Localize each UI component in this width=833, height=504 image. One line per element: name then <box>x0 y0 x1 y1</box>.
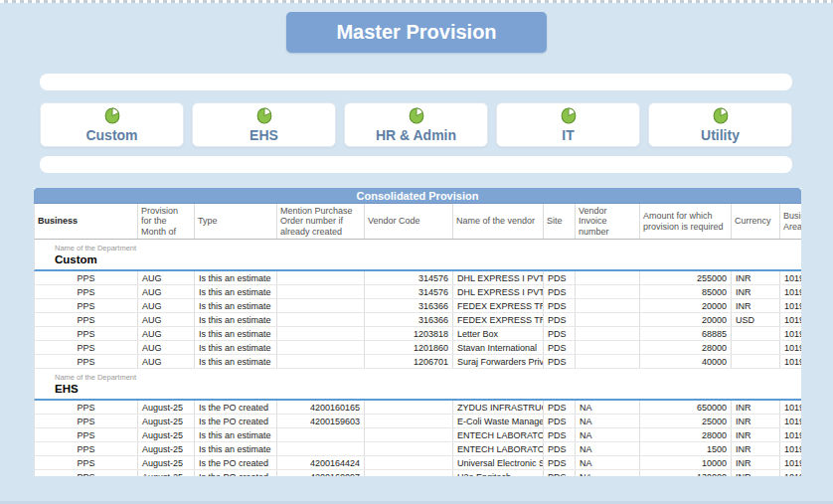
cell-po-number <box>277 428 365 441</box>
cell-currency <box>732 341 780 354</box>
cell-business: PPS <box>35 341 138 354</box>
table-row: PPSAugust-25Is the PO created4200160097H… <box>34 470 801 476</box>
cell-provision-month: AUG <box>138 271 195 284</box>
pie-chart-icon <box>712 106 730 125</box>
category-button-custom[interactable]: Custom <box>40 102 184 147</box>
cell-business-area: 10195 <box>780 285 801 298</box>
cell-vendor-code <box>365 456 453 469</box>
cell-amount: 68885 <box>640 327 732 340</box>
cell-vendor-name: ENTECH LABORATORIES <box>453 442 544 455</box>
cell-type: Is this an estimate <box>195 428 277 441</box>
column-header-business: Business <box>35 204 138 239</box>
cell-vendor-name: E-Coli Waste Management <box>453 415 544 427</box>
cell-vendor-code <box>365 442 453 455</box>
cell-amount: 130000 <box>640 470 732 476</box>
cell-business-area: 10195 <box>780 327 801 340</box>
cell-po-number <box>277 341 365 354</box>
cell-vendor-code: 314576 <box>365 271 453 284</box>
table-row: PPSAUGIs this an estimate314576DHL EXPRE… <box>34 285 801 299</box>
cell-site: PDS <box>544 401 576 414</box>
cell-provision-month: AUG <box>138 313 195 326</box>
cell-invoice-number <box>576 299 640 312</box>
cell-amount: 255000 <box>640 271 732 284</box>
category-label: Custom <box>85 127 137 143</box>
cell-currency: INR <box>732 415 780 427</box>
cell-provision-month: August-25 <box>138 428 195 441</box>
cell-invoice-number <box>576 313 640 326</box>
cell-currency: INR <box>732 442 780 455</box>
pie-chart-icon <box>408 106 425 125</box>
table-grid: BusinessProvision for the Month ofTypeMe… <box>34 204 801 476</box>
cell-currency: INR <box>732 428 780 441</box>
consolidated-provision-table[interactable]: Consolidated Provision BusinessProvision… <box>34 188 801 476</box>
cell-invoice-number <box>576 341 640 354</box>
column-header-po-number: Mention Purchase Order number if already… <box>277 204 365 239</box>
cell-invoice-number <box>576 355 640 368</box>
cell-business: PPS <box>35 313 138 326</box>
cell-type: Is the PO created <box>195 415 277 427</box>
table-row: PPSAUGIs this an estimate316366FEDEX EXP… <box>34 313 801 327</box>
cell-po-number <box>277 271 365 284</box>
cell-provision-month: August-25 <box>138 442 195 455</box>
cell-currency: INR <box>732 285 780 298</box>
cell-site: PDS <box>544 285 576 298</box>
department-section-header: Name of the DepartmentEHS <box>34 369 801 401</box>
cell-amount: 28000 <box>640 341 732 354</box>
cell-provision-month: AUG <box>138 341 195 354</box>
cell-vendor-code: 1203818 <box>365 327 453 340</box>
cell-amount: 10000 <box>640 456 732 469</box>
cell-type: Is this an estimate <box>195 442 277 455</box>
cell-type: Is this an estimate <box>195 285 277 298</box>
cell-vendor-code: 1201860 <box>365 341 453 354</box>
cell-business: PPS <box>35 299 138 312</box>
cell-vendor-name: Suraj Forwarders Private L <box>453 355 544 368</box>
department-label: Name of the Department <box>55 373 801 382</box>
table-row: PPSAugust-25Is this an estimateENTECH LA… <box>34 428 801 442</box>
cell-currency: USD <box>732 313 780 326</box>
table-row: PPSAugust-25Is the PO created4200160165Z… <box>34 401 801 415</box>
category-button-it[interactable]: IT <box>496 102 640 147</box>
cell-vendor-name: DHL EXPRESS I PVT LTD <box>453 285 544 298</box>
category-button-row: Custom EHS HR & Admin IT Utility <box>40 102 792 147</box>
cell-vendor-name: H2o Engitech <box>453 470 544 476</box>
cell-amount: 40000 <box>640 355 732 368</box>
cell-invoice-number: NA <box>576 442 640 455</box>
cell-currency: INR <box>732 299 780 312</box>
cell-business-area: 10195 <box>780 271 801 284</box>
cell-type: Is the PO created <box>195 456 277 469</box>
category-button-utility[interactable]: Utility <box>648 102 792 147</box>
category-label: IT <box>562 127 574 143</box>
table-body: Name of the DepartmentCustomPPSAUGIs thi… <box>34 240 801 476</box>
page-title: Master Provision <box>286 12 547 53</box>
cell-business: PPS <box>35 285 138 298</box>
column-header-currency: Currency <box>732 204 780 239</box>
cell-vendor-code <box>365 415 453 427</box>
cell-vendor-name: Letter Box <box>453 327 544 340</box>
category-button-hr-admin[interactable]: HR & Admin <box>344 102 488 147</box>
cell-vendor-code <box>365 470 453 476</box>
cell-business-area: 10195 <box>780 442 801 455</box>
cell-vendor-code: 314576 <box>365 285 453 298</box>
cell-site: PDS <box>544 327 576 340</box>
cell-vendor-name: ENTECH LABORATORIES <box>453 428 544 441</box>
cell-business-area: 10195 <box>780 355 801 368</box>
cell-business-area: 10195 <box>780 428 801 441</box>
department-label: Name of the Department <box>55 244 801 252</box>
cell-vendor-code: 316366 <box>365 313 453 326</box>
cell-provision-month: AUG <box>138 285 195 298</box>
table-row: PPSAugust-25Is this an estimateENTECH LA… <box>34 442 801 456</box>
cell-provision-month: August-25 <box>138 415 195 427</box>
cell-business: PPS <box>35 456 138 469</box>
cell-type: Is this an estimate <box>195 299 277 312</box>
column-header-amount: Amount for which provision is required <box>640 204 732 239</box>
cell-provision-month: August-25 <box>138 401 195 414</box>
cell-vendor-name: Universal Electronic Secu <box>453 456 544 469</box>
cell-vendor-name: FEDEX EXPRESS TRANSP <box>453 299 544 312</box>
cell-invoice-number: NA <box>576 456 640 469</box>
cell-business-area: 10195 <box>780 470 801 476</box>
cell-site: PDS <box>544 355 576 368</box>
cell-provision-month: August-25 <box>138 456 195 469</box>
cell-business-area: 10195 <box>780 456 801 469</box>
cell-currency <box>732 355 780 368</box>
category-button-ehs[interactable]: EHS <box>192 102 336 147</box>
